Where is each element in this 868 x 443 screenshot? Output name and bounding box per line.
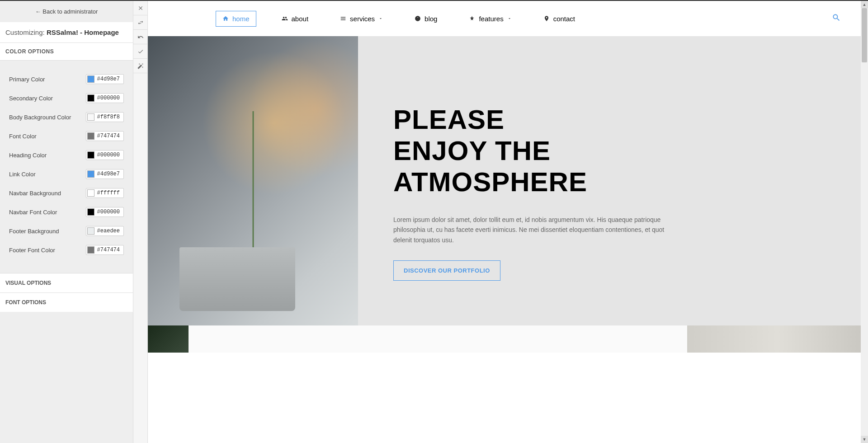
- discover-portfolio-button[interactable]: DISCOVER OUR PORTFOLIO: [393, 260, 500, 281]
- close-preview-button[interactable]: [133, 1, 147, 15]
- nav-item-features[interactable]: features: [462, 11, 518, 26]
- color-option-row: Heading Color #000000: [9, 150, 124, 160]
- color-swatch[interactable]: [87, 151, 94, 159]
- blog-icon: [415, 15, 421, 22]
- color-option-row: Body Background Color #f8f8f8: [9, 112, 124, 122]
- nav-item-label: services: [350, 15, 375, 23]
- chevron-down-icon: [507, 16, 512, 21]
- color-swatch[interactable]: [87, 208, 94, 216]
- hero-title: PLEASE ENJOY THE ATMOSPHERE: [393, 104, 850, 198]
- contact-icon: [543, 15, 550, 22]
- color-picker-input[interactable]: #000000: [86, 150, 124, 160]
- nav-item-contact[interactable]: contact: [537, 11, 581, 26]
- color-options-header[interactable]: COLOR OPTIONS: [0, 43, 133, 61]
- customizer-sidebar: ← Back to administrator Customizing: RSS…: [0, 1, 133, 443]
- color-option-label: Footer Font Color: [9, 247, 55, 254]
- back-to-admin-link[interactable]: ← Back to administrator: [0, 1, 133, 22]
- color-hex-value: #000000: [97, 209, 120, 215]
- color-hex-value: #f8f8f8: [97, 114, 120, 120]
- customizing-title: Customizing: RSSalma! - Homepage: [0, 22, 133, 43]
- color-picker-input[interactable]: #eaedee: [86, 226, 124, 236]
- color-swatch[interactable]: [87, 132, 94, 140]
- nav-item-about[interactable]: about: [275, 11, 315, 26]
- scroll-thumb[interactable]: [862, 8, 867, 62]
- nav-item-blog[interactable]: blog: [408, 11, 443, 26]
- magic-button[interactable]: [133, 59, 147, 73]
- color-swatch[interactable]: [87, 227, 94, 235]
- color-swatch[interactable]: [87, 113, 94, 121]
- color-option-row: Secondary Color #000000: [9, 93, 124, 103]
- color-picker-input[interactable]: #ffffff: [86, 188, 124, 198]
- nav-item-label: contact: [553, 15, 575, 23]
- color-option-label: Navbar Background: [9, 190, 61, 197]
- chevron-down-icon: [378, 16, 383, 21]
- nav-items: homeaboutservices blogfeatures contact: [216, 11, 581, 27]
- color-picker-input[interactable]: #4d98e7: [86, 169, 124, 179]
- scroll-up-arrow[interactable]: ▲: [861, 1, 868, 8]
- color-picker-input[interactable]: #000000: [86, 207, 124, 217]
- color-hex-value: #eaedee: [97, 228, 120, 234]
- hero-title-line1: PLEASE: [393, 104, 850, 135]
- hero-title-line2: ENJOY THE: [393, 135, 850, 166]
- color-picker-input[interactable]: #747474: [86, 245, 124, 255]
- color-option-row: Navbar Font Color #000000: [9, 207, 124, 217]
- color-option-row: Footer Background #eaedee: [9, 226, 124, 236]
- wand-icon: [137, 63, 144, 69]
- color-option-label: Heading Color: [9, 152, 47, 159]
- hero-title-line3: ATMOSPHERE: [393, 166, 850, 198]
- color-option-label: Primary Color: [9, 76, 45, 83]
- color-option-label: Body Background Color: [9, 114, 71, 121]
- nav-item-label: home: [232, 15, 250, 23]
- color-hex-value: #ffffff: [97, 190, 120, 196]
- color-swatch[interactable]: [87, 75, 94, 83]
- color-option-label: Font Color: [9, 133, 37, 140]
- color-picker-input[interactable]: #4d98e7: [86, 74, 124, 84]
- color-picker-input[interactable]: #f8f8f8: [86, 112, 124, 122]
- color-hex-value: #4d98e7: [97, 171, 120, 177]
- color-picker-input[interactable]: #000000: [86, 93, 124, 103]
- visual-options-header[interactable]: VISUAL OPTIONS: [0, 273, 133, 292]
- undo-button[interactable]: [133, 30, 147, 44]
- color-swatch[interactable]: [87, 94, 94, 102]
- hero-content: PLEASE ENJOY THE ATMOSPHERE Lorem ipsum …: [358, 36, 868, 325]
- check-icon: [137, 48, 144, 55]
- preview-scrollbar[interactable]: ▲ ▼: [861, 1, 868, 443]
- color-swatch[interactable]: [87, 170, 94, 178]
- color-option-row: Primary Color #4d98e7: [9, 74, 124, 84]
- features-icon: [469, 15, 475, 22]
- color-hex-value: #747474: [97, 247, 120, 253]
- nav-item-home[interactable]: home: [216, 11, 256, 27]
- preview-toolbar: [133, 1, 148, 443]
- apply-button[interactable]: [133, 44, 147, 59]
- color-option-row: Font Color #747474: [9, 131, 124, 141]
- services-icon: [340, 15, 346, 22]
- color-option-row: Footer Font Color #747474: [9, 245, 124, 255]
- color-option-row: Link Color #4d98e7: [9, 169, 124, 179]
- color-option-label: Secondary Color: [9, 95, 53, 102]
- site-navbar: homeaboutservices blogfeatures contact: [148, 1, 868, 36]
- color-picker-input[interactable]: #747474: [86, 131, 124, 141]
- nav-item-label: blog: [425, 15, 437, 23]
- color-option-row: Navbar Background #ffffff: [9, 188, 124, 198]
- color-swatch[interactable]: [87, 189, 94, 197]
- color-hex-value: #4d98e7: [97, 76, 120, 82]
- hero-image: [148, 36, 358, 325]
- customizing-prefix: Customizing:: [5, 28, 47, 36]
- swap-button[interactable]: [133, 15, 147, 30]
- color-hex-value: #747474: [97, 133, 120, 139]
- scroll-down-arrow[interactable]: ▼: [861, 436, 868, 443]
- font-options-header[interactable]: FONT OPTIONS: [0, 292, 133, 312]
- color-swatch[interactable]: [87, 246, 94, 254]
- search-button[interactable]: [832, 13, 841, 24]
- color-option-label: Link Color: [9, 171, 36, 178]
- color-option-label: Navbar Font Color: [9, 209, 57, 216]
- color-option-label: Footer Background: [9, 228, 59, 235]
- nav-item-label: features: [479, 15, 503, 23]
- nav-item-services[interactable]: services: [334, 11, 389, 26]
- customizing-target: RSSalma! - Homepage: [47, 28, 119, 36]
- bottom-image-strip: [148, 325, 868, 353]
- color-hex-value: #000000: [97, 152, 120, 158]
- swap-icon: [137, 19, 144, 26]
- color-hex-value: #000000: [97, 95, 120, 101]
- about-icon: [282, 15, 288, 22]
